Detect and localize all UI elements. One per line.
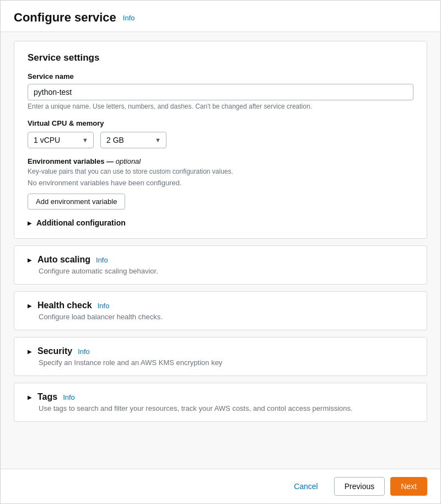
memory-select[interactable]: 0.5 GB 1 GB 2 GB 3 GB 4 GB 6 GB 8 GB — [100, 132, 166, 148]
memory-select-wrapper: 0.5 GB 1 GB 2 GB 3 GB 4 GB 6 GB 8 GB ▼ — [100, 132, 166, 148]
health-check-section: ▶ Health check Info Configure load balan… — [14, 291, 427, 330]
env-variables-section: Environment variables — optional Key-val… — [28, 157, 413, 210]
auto-scaling-title: Auto scaling — [37, 255, 90, 265]
additional-config-toggle[interactable]: ▶ Additional configuration — [28, 218, 413, 227]
auto-scaling-description: Configure automatic scaling behavior. — [39, 267, 413, 275]
page-info-link[interactable]: Info — [123, 14, 135, 22]
tags-info-link[interactable]: Info — [63, 393, 75, 401]
service-name-field: Service name Enter a unique name. Use le… — [28, 72, 413, 110]
auto-scaling-section: ▶ Auto scaling Info Configure automatic … — [14, 245, 427, 285]
env-empty-text: No environment variables have been confi… — [28, 179, 413, 187]
page-content: Service settings Service name Enter a un… — [1, 32, 440, 469]
vcpu-select[interactable]: 0.25 vCPU 0.5 vCPU 1 vCPU 2 vCPU 4 vCPU — [28, 132, 94, 148]
additional-config-label: Additional configuration — [36, 218, 126, 227]
security-section: ▶ Security Info Specify an Instance role… — [14, 337, 427, 376]
tags-section: ▶ Tags Info Use tags to search and filte… — [14, 383, 427, 422]
health-check-title: Health check — [37, 301, 92, 310]
auto-scaling-header[interactable]: ▶ Auto scaling Info — [28, 255, 413, 265]
security-description: Specify an Instance role and an AWS KMS … — [39, 358, 413, 367]
service-settings-card: Service settings Service name Enter a un… — [14, 41, 427, 239]
tags-arrow: ▶ — [28, 394, 32, 400]
security-title: Security — [37, 346, 72, 356]
page-container: Configure service Info Service settings … — [0, 0, 441, 504]
tags-title: Tags — [37, 392, 57, 402]
health-check-header[interactable]: ▶ Health check Info — [28, 301, 413, 310]
previous-button[interactable]: Previous — [334, 477, 385, 496]
tags-description: Use tags to search and filter your resou… — [39, 404, 413, 412]
security-arrow: ▶ — [28, 348, 32, 355]
vcpu-select-wrapper: 0.25 vCPU 0.5 vCPU 1 vCPU 2 vCPU 4 vCPU … — [28, 132, 94, 148]
env-description: Key-value pairs that you can use to stor… — [28, 168, 413, 175]
page-title: Configure service — [14, 10, 116, 25]
service-settings-title: Service settings — [28, 52, 413, 63]
tags-header[interactable]: ▶ Tags Info — [28, 392, 413, 402]
health-check-arrow: ▶ — [28, 303, 32, 309]
additional-config-arrow: ▶ — [28, 220, 32, 226]
next-button[interactable]: Next — [390, 477, 427, 496]
page-footer: Cancel Previous Next — [1, 469, 440, 503]
security-info-link[interactable]: Info — [78, 347, 90, 356]
vcpu-memory-label: Virtual CPU & memory — [28, 119, 413, 127]
health-check-info-link[interactable]: Info — [98, 302, 110, 310]
service-name-input[interactable] — [28, 84, 413, 100]
service-name-label: Service name — [28, 72, 413, 81]
service-name-hint: Enter a unique name. Use letters, number… — [28, 103, 413, 110]
vcpu-memory-field: Virtual CPU & memory 0.25 vCPU 0.5 vCPU … — [28, 119, 413, 148]
vcpu-memory-row: 0.25 vCPU 0.5 vCPU 1 vCPU 2 vCPU 4 vCPU … — [28, 132, 413, 148]
security-header[interactable]: ▶ Security Info — [28, 346, 413, 356]
cancel-button[interactable]: Cancel — [283, 477, 329, 496]
auto-scaling-info-link[interactable]: Info — [96, 256, 108, 264]
auto-scaling-arrow: ▶ — [28, 257, 32, 263]
health-check-description: Configure load balancer health checks. — [39, 313, 413, 321]
add-environment-variable-button[interactable]: Add environment variable — [28, 194, 125, 210]
env-label: Environment variables — optional — [28, 157, 413, 165]
page-header: Configure service Info — [1, 1, 440, 32]
